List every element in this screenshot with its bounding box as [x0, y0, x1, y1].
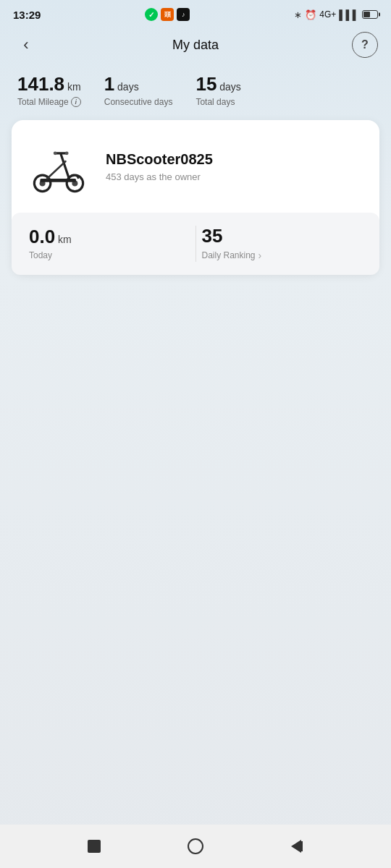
today-label: Today [29, 250, 190, 260]
home-button[interactable] [81, 833, 107, 859]
svg-line-5 [61, 154, 69, 179]
today-value: 0.0 km [29, 226, 190, 247]
inner-divider [196, 226, 196, 262]
square-icon [88, 840, 101, 853]
owner-days: 453 days as the owner [106, 171, 365, 182]
scooter-card: NBScooter0825 453 days as the owner 0.0 … [12, 120, 379, 275]
mileage-label: Total Mileage i [17, 97, 81, 107]
total-mileage-stat: 141.8 km Total Mileage i [17, 74, 81, 107]
recents-button[interactable] [284, 833, 310, 859]
mileage-value: 141.8 km [17, 74, 81, 95]
status-time: 13:29 [13, 9, 41, 21]
top-nav: ‹ My data ? [0, 26, 391, 68]
scooter-image [26, 135, 91, 200]
right-status-icons: ∗ ⏰ 4G+ ▌▌▌ [294, 9, 378, 20]
total-days-label: Total days [196, 97, 240, 107]
consecutive-days-stat: 1 days Consecutive days [104, 74, 173, 107]
scooter-stats-inner: 0.0 km Today 35 Daily Ranking › [12, 213, 379, 275]
chevron-right-icon: › [258, 250, 262, 261]
total-days-stat: 15 days Total days [196, 74, 240, 107]
alarm-icon: ⏰ [305, 9, 316, 20]
today-stat: 0.0 km Today [29, 226, 190, 260]
total-days-value: 15 days [196, 74, 240, 95]
help-button[interactable]: ? [352, 32, 378, 58]
consecutive-value: 1 days [104, 74, 173, 95]
scooter-icon [30, 138, 88, 196]
status-bar: 13:29 ✓ 頭 ♪ ∗ ⏰ 4G+ ▌▌▌ [0, 0, 391, 26]
ranking-value: 35 [202, 226, 363, 247]
signal-bars-icon: ▌▌▌ [339, 9, 359, 20]
scooter-info: NBScooter0825 453 days as the owner [26, 135, 365, 213]
stats-row: 141.8 km Total Mileage i 1 days Consecut… [0, 68, 391, 120]
status-icons: ✓ 頭 ♪ [145, 8, 190, 21]
help-icon: ? [361, 38, 369, 51]
info-icon[interactable]: i [71, 97, 81, 107]
svg-point-7 [54, 151, 57, 155]
back-nav-button[interactable] [182, 833, 209, 859]
app-icon-orange: 頭 [161, 8, 174, 21]
app-icon-green: ✓ [145, 8, 158, 21]
back-button[interactable]: ‹ [13, 32, 39, 58]
ranking-stat[interactable]: 35 Daily Ranking › [202, 226, 363, 261]
ranking-label: Daily Ranking › [202, 250, 363, 261]
battery-icon [362, 10, 378, 19]
consecutive-label: Consecutive days [104, 97, 173, 107]
svg-line-9 [47, 161, 66, 179]
svg-rect-4 [40, 179, 76, 182]
circle-icon [188, 838, 203, 854]
nav-bar [0, 825, 391, 868]
svg-point-8 [65, 151, 69, 155]
scooter-details: NBScooter0825 453 days as the owner [106, 151, 365, 182]
signal-4g: 4G+ [319, 9, 336, 20]
scooter-name: NBScooter0825 [106, 151, 365, 168]
app-icon-tiktok: ♪ [177, 8, 190, 21]
back-chevron-icon: ‹ [23, 35, 28, 54]
page-title: My data [172, 38, 219, 53]
bluetooth-icon: ∗ [294, 9, 302, 20]
back-triangle-icon [291, 840, 303, 853]
